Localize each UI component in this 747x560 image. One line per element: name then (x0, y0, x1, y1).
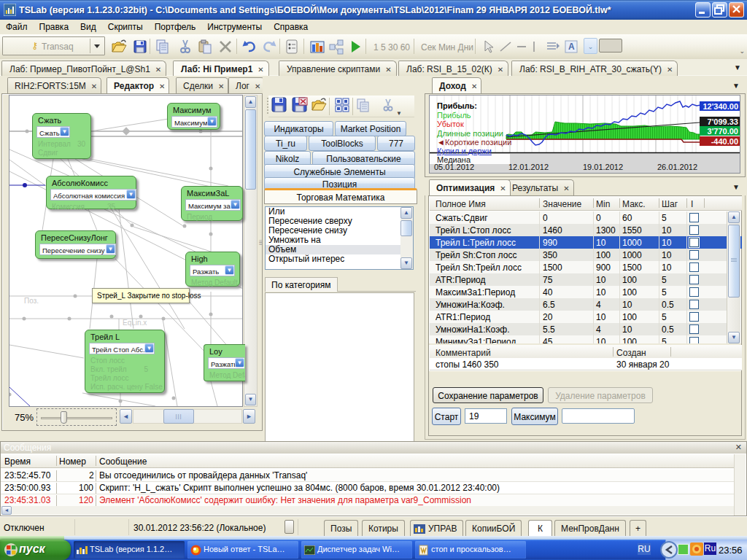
svg-text:A: A (568, 42, 575, 52)
svg-text:Поз.: Поз. (24, 297, 39, 305)
svg-text:EqLin.x: EqLin.x (123, 319, 147, 327)
